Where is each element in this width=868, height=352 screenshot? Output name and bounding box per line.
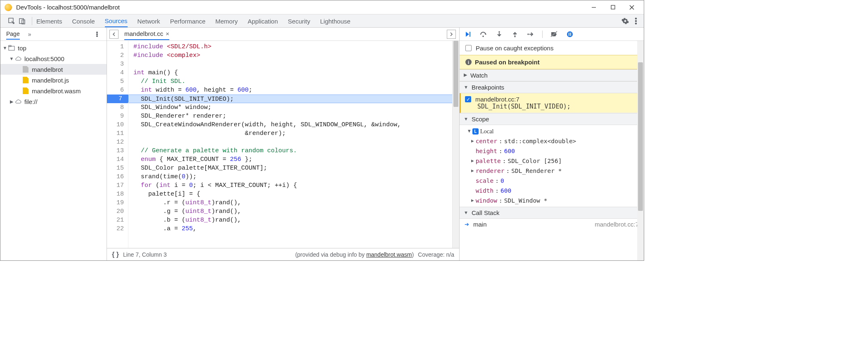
scope-var[interactable]: ▶center: std::complex<double> <box>464 136 644 146</box>
file-tree: ▼ top ▼ localhost:5000 mandelbrot mandel… <box>0 41 107 109</box>
tab-security[interactable]: Security <box>288 15 310 27</box>
scope-var[interactable]: ▶height: 600 <box>464 146 644 156</box>
titlebar: DevTools - localhost:5000/mandelbrot <box>0 0 644 14</box>
svg-point-22 <box>567 31 573 37</box>
breakpoint-item[interactable]: ✓ mandelbrot.cc:7 SDL_Init(SDL_INIT_VIDE… <box>460 93 644 113</box>
svg-point-19 <box>527 33 529 35</box>
sidebar: Page » ▼ top ▼ localhost:5000 mandelbrot <box>0 28 107 260</box>
debug-info-link[interactable]: mandelbrot.wasm <box>366 251 412 258</box>
editor-tab-mandelbrot-cc[interactable]: mandelbrot.cc × <box>124 28 169 40</box>
section-breakpoints[interactable]: ▼Breakpoints <box>460 81 644 93</box>
step-over-icon[interactable] <box>479 30 488 38</box>
frame-location: mandelbrot.cc:7 <box>595 221 639 228</box>
tree-domain-label: localhost:5000 <box>24 55 64 62</box>
editor-scrollbar[interactable] <box>452 41 459 248</box>
resume-icon[interactable] <box>464 30 472 38</box>
more-icon[interactable] <box>631 16 641 26</box>
panel-tabs: Elements Console Sources Network Perform… <box>36 15 351 27</box>
tree-top[interactable]: ▼ top <box>0 43 107 53</box>
deactivate-breakpoints-icon[interactable] <box>550 30 558 38</box>
svg-rect-23 <box>569 33 569 36</box>
sidebar-more-icon[interactable] <box>92 29 102 40</box>
current-frame-icon: ➔ <box>465 221 469 227</box>
tab-console[interactable]: Console <box>72 15 95 27</box>
tab-lighthouse[interactable]: Lighthouse <box>320 15 350 27</box>
pretty-print-icon[interactable]: { } <box>112 251 119 258</box>
scope-var[interactable]: ▶palette: SDL_Color [256] <box>464 156 644 166</box>
scrollbar-thumb[interactable] <box>453 41 458 107</box>
step-out-icon[interactable] <box>511 30 519 38</box>
editor: mandelbrot.cc × 123456789101112131415161… <box>107 28 460 260</box>
gutter[interactable]: 12345678910111213141516171819202122 <box>107 41 128 248</box>
tree-file-mandelbrot-js[interactable]: mandelbrot.js <box>0 75 107 85</box>
tab-application[interactable]: Application <box>248 15 278 27</box>
editor-tab-label: mandelbrot.cc <box>124 30 163 37</box>
frame-function: main <box>473 221 487 228</box>
tree-file-mandelbrot[interactable]: mandelbrot <box>0 64 107 75</box>
cursor-position: Line 7, Column 3 <box>123 251 167 258</box>
checkbox-unchecked-icon[interactable] <box>465 45 472 51</box>
coverage-status: Coverage: n/a <box>418 251 454 258</box>
close-tab-icon[interactable]: × <box>166 30 169 37</box>
tab-memory[interactable]: Memory <box>216 15 238 27</box>
code-area[interactable]: #include <SDL2/SDL.h>#include <complex> … <box>128 41 452 248</box>
section-callstack[interactable]: ▼Call Stack <box>460 207 644 219</box>
local-badge-icon: L <box>472 128 479 135</box>
file-icon <box>23 77 28 83</box>
nav-forward-icon[interactable] <box>447 30 456 39</box>
tree-file-scheme[interactable]: ▶ file:// <box>0 96 107 107</box>
debug-info-note: (provided via debug info by mandelbrot.w… <box>295 251 414 258</box>
debug-body: Pause on caught exceptions i Paused on b… <box>460 41 644 260</box>
inspect-element-icon[interactable] <box>6 16 17 26</box>
callstack-frame[interactable]: ➔ main mandelbrot.cc:7 <box>460 219 644 230</box>
scope-var[interactable]: ▶width: 600 <box>464 186 644 196</box>
svg-rect-1 <box>611 5 615 9</box>
cloud-icon <box>14 55 22 62</box>
breakpoint-snippet: SDL_Init(SDL_INIT_VIDEO); <box>465 103 640 110</box>
tab-network[interactable]: Network <box>138 15 160 27</box>
paused-banner: i Paused on breakpoint <box>460 55 644 69</box>
close-button[interactable] <box>622 1 641 14</box>
tab-performance[interactable]: Performance <box>170 15 206 27</box>
maximize-button[interactable] <box>603 1 622 14</box>
more-panes-icon[interactable]: » <box>28 31 31 38</box>
code-editor[interactable]: 12345678910111213141516171819202122 #inc… <box>107 41 459 248</box>
step-icon[interactable] <box>526 30 535 38</box>
minimize-button[interactable] <box>584 1 603 14</box>
settings-icon[interactable] <box>620 16 631 26</box>
scope-var[interactable]: ▶scale: 0 <box>464 176 644 186</box>
svg-rect-15 <box>470 32 470 37</box>
file-label: mandelbrot.js <box>32 77 69 84</box>
section-watch[interactable]: ▶Watch <box>460 69 644 81</box>
file-label: mandelbrot <box>32 66 63 73</box>
svg-point-8 <box>635 20 636 21</box>
tree-file-mandelbrot-wasm[interactable]: mandelbrot.wasm <box>0 85 107 96</box>
editor-tabs: mandelbrot.cc × <box>107 28 459 41</box>
pause-on-exceptions-icon[interactable] <box>566 30 574 38</box>
scope-var[interactable]: ▶renderer: SDL_Renderer * <box>464 166 644 176</box>
svg-point-11 <box>97 33 98 35</box>
tab-elements[interactable]: Elements <box>36 15 62 27</box>
debug-toolbar <box>460 28 644 41</box>
nav-back-icon[interactable] <box>109 30 119 39</box>
svg-point-7 <box>635 18 636 19</box>
breakpoint-label: mandelbrot.cc:7 <box>475 96 519 103</box>
file-icon <box>23 87 28 94</box>
section-scope[interactable]: ▼Scope <box>460 113 644 125</box>
svg-point-12 <box>97 35 98 37</box>
tree-domain[interactable]: ▼ localhost:5000 <box>0 53 107 64</box>
step-into-icon[interactable] <box>495 30 503 38</box>
cloud-icon <box>14 98 22 105</box>
info-icon: i <box>465 59 472 65</box>
debug-scrollbar[interactable] <box>637 41 644 260</box>
pause-on-caught-row[interactable]: Pause on caught exceptions <box>460 41 644 55</box>
checkbox-checked-icon[interactable]: ✓ <box>465 96 471 102</box>
tab-sources[interactable]: Sources <box>105 15 128 27</box>
scope-local[interactable]: ▼ L Local <box>464 126 644 136</box>
device-toggle-icon[interactable] <box>17 16 28 26</box>
scope-var[interactable]: ▶window: SDL_Window * <box>464 196 644 206</box>
svg-point-17 <box>498 31 500 33</box>
file-scheme-label: file:// <box>24 98 38 105</box>
scrollbar-thumb[interactable] <box>638 62 643 211</box>
pane-tab-page[interactable]: Page <box>6 29 20 40</box>
